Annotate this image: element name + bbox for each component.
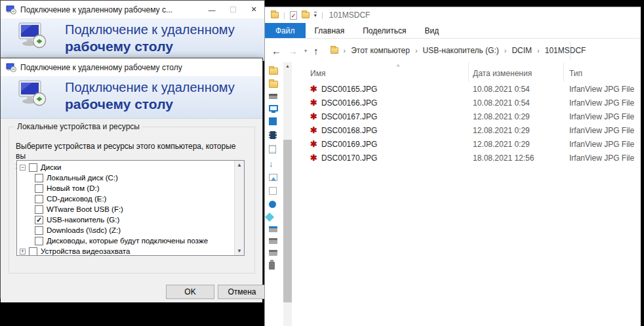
checkbox[interactable]: [35, 195, 43, 203]
tree-item-drive-f[interactable]: WTware Boot USB (F:): [17, 204, 234, 214]
rdp-logo-icon: [18, 22, 50, 50]
3d-objects-icon[interactable]: [265, 213, 274, 222]
irfanview-file-icon: ✱: [310, 98, 317, 107]
back-icon[interactable]: ←: [272, 45, 281, 56]
pictures-icon[interactable]: [269, 174, 277, 181]
file-date: 12.08.2021 0:29: [469, 112, 564, 121]
tree-item-drive-e[interactable]: CD-дисковод (E:): [17, 194, 234, 204]
documents-icon[interactable]: [269, 145, 276, 153]
file-type: IrfanView JPG File: [564, 153, 636, 163]
file-row[interactable]: ✱DSC00165.JPG 10.08.2021 0:54 IrfanView …: [300, 82, 641, 96]
disk-icon[interactable]: [269, 250, 277, 256]
scrollbar-thumb[interactable]: [283, 140, 292, 302]
tab-share[interactable]: Поделиться: [353, 23, 415, 38]
local-disk-icon[interactable]: [269, 226, 277, 232]
tree-item-drive-c[interactable]: Локальный диск (C:): [17, 173, 234, 183]
downloads-icon[interactable]: ↓: [269, 159, 273, 168]
customize-quick-access-icon[interactable]: ▾: [314, 12, 317, 18]
column-header-date-modified[interactable]: Дата изменения: [469, 62, 564, 82]
scroll-up-icon[interactable]: ▲: [237, 162, 242, 168]
banner-title: Подключение к удаленному рабочему столу: [65, 79, 235, 112]
ribbon-tabs: Файл Главная Поделиться Вид: [265, 23, 641, 39]
folder-icon: [331, 47, 338, 54]
file-name: DSC00169.JPG: [321, 140, 377, 149]
cancel-button[interactable]: Отмена: [218, 285, 266, 299]
titlebar[interactable]: Подключение к удаленному рабочему столу: [1, 58, 262, 76]
rdp-logo-icon: [18, 80, 50, 108]
disk-icon[interactable]: [269, 238, 277, 244]
new-folder-icon[interactable]: [302, 12, 310, 18]
file-date: 18.08.2021 12:56: [469, 153, 564, 163]
file-row[interactable]: ✱DSC00167.JPG 12.08.2021 0:29 IrfanView …: [300, 110, 641, 123]
irfanview-file-icon: ✱: [310, 112, 317, 121]
breadcrumb-dcim[interactable]: DCIM: [512, 46, 532, 55]
tree-item-drive-d[interactable]: Новый том (D:): [17, 183, 234, 194]
file-row[interactable]: ✱DSC00170.JPG 18.08.2021 12:56 IrfanView…: [300, 151, 641, 165]
banner-title: Подключение к удаленному рабочему столу: [65, 22, 235, 54]
breadcrumb-101msdcf[interactable]: 101MSDCF: [545, 46, 586, 55]
this-pc-icon[interactable]: [269, 105, 278, 112]
checkbox-checked[interactable]: ✓: [35, 216, 43, 224]
folder-icon[interactable]: [269, 68, 278, 75]
tree-item-video-capture[interactable]: + Устройства видеозахвата: [17, 246, 234, 255]
expand-icon[interactable]: +: [20, 249, 26, 255]
window-title: Подключение к удаленному рабочему столу: [20, 63, 262, 72]
column-header-type[interactable]: Тип: [564, 62, 636, 82]
checkbox[interactable]: [29, 247, 37, 256]
tree-item-drive-g[interactable]: ✓ USB-накопитель (G:): [17, 214, 234, 225]
up-icon[interactable]: ↑: [313, 45, 319, 56]
breadcrumb-this-pc[interactable]: Этот компьютер: [351, 46, 410, 55]
file-row[interactable]: ✱DSC00169.JPG 12.08.2021 0:29 IrfanView …: [300, 137, 641, 151]
file-name: DSC00168.JPG: [321, 126, 377, 135]
folder-icon[interactable]: [269, 81, 278, 88]
videos-icon[interactable]: [269, 131, 277, 139]
ok-button[interactable]: OK: [166, 285, 214, 299]
tree-item-drives[interactable]: − Диски: [17, 162, 234, 173]
checkbox[interactable]: [35, 184, 43, 193]
tab-view[interactable]: Вид: [415, 23, 448, 38]
scroll-down-icon[interactable]: ▼: [237, 248, 242, 254]
file-name: DSC00165.JPG: [321, 85, 377, 94]
tab-file[interactable]: Файл: [265, 23, 306, 38]
recent-locations-icon[interactable]: ▾: [304, 48, 307, 54]
column-header-name[interactable]: Имя ^: [300, 62, 469, 82]
chevron-icon: ›: [414, 47, 419, 54]
breadcrumb-usb-drive[interactable]: USB-накопитель (G:): [423, 46, 499, 55]
tree-item-drive-z[interactable]: Downloads (\\sdc) (Z:): [17, 225, 234, 235]
music-icon[interactable]: [269, 201, 276, 208]
forward-icon[interactable]: →: [288, 45, 298, 56]
tab-home[interactable]: Главная: [306, 23, 354, 38]
navigation-pane[interactable]: ↓: [265, 62, 283, 326]
desktop-icon[interactable]: [269, 117, 277, 125]
checkbox[interactable]: [35, 174, 43, 182]
file-name: DSC00170.JPG: [321, 153, 377, 163]
sort-ascending-icon: ^: [397, 64, 399, 70]
titlebar[interactable]: Подключение к удаленному рабочему с... —…: [1, 1, 264, 18]
maximize-icon: [230, 7, 236, 12]
collapse-icon[interactable]: −: [20, 165, 26, 171]
tree-item-label: USB-накопитель (G:): [47, 216, 119, 224]
titlebar[interactable]: | ▾ | 101MSDCF: [265, 7, 641, 23]
separator: |: [283, 11, 285, 19]
irfanview-file-icon: ✱: [310, 85, 317, 93]
checkbox[interactable]: [29, 163, 37, 172]
tree-item-later-drives[interactable]: Дисководы, которые будут подключены позж…: [17, 235, 234, 246]
scroll-up-icon[interactable]: ▲: [283, 64, 292, 68]
file-row[interactable]: ✱DSC00168.JPG 12.08.2021 0:29 IrfanView …: [300, 123, 641, 137]
properties-icon[interactable]: [290, 11, 297, 20]
usb-drive-icon[interactable]: [269, 262, 275, 270]
close-button[interactable]: ✕: [243, 1, 264, 18]
maximize-button[interactable]: [222, 1, 243, 18]
minimize-button[interactable]: —: [201, 1, 222, 18]
tree-scrollbar[interactable]: ▲ ▼: [234, 161, 244, 255]
checkbox[interactable]: [35, 205, 43, 214]
printer-icon[interactable]: [269, 94, 277, 99]
checkbox[interactable]: [35, 237, 43, 245]
chevron-icon: ›: [536, 47, 541, 54]
saved-pictures-icon[interactable]: [269, 187, 277, 195]
checkbox[interactable]: [35, 226, 43, 235]
irfanview-file-icon: ✱: [310, 126, 317, 134]
file-row[interactable]: ✱DSC00166.JPG 10.08.2021 0:54 IrfanView …: [300, 96, 641, 110]
file-name: DSC00167.JPG: [321, 112, 377, 121]
navigation-scrollbar[interactable]: ▲: [283, 62, 292, 326]
